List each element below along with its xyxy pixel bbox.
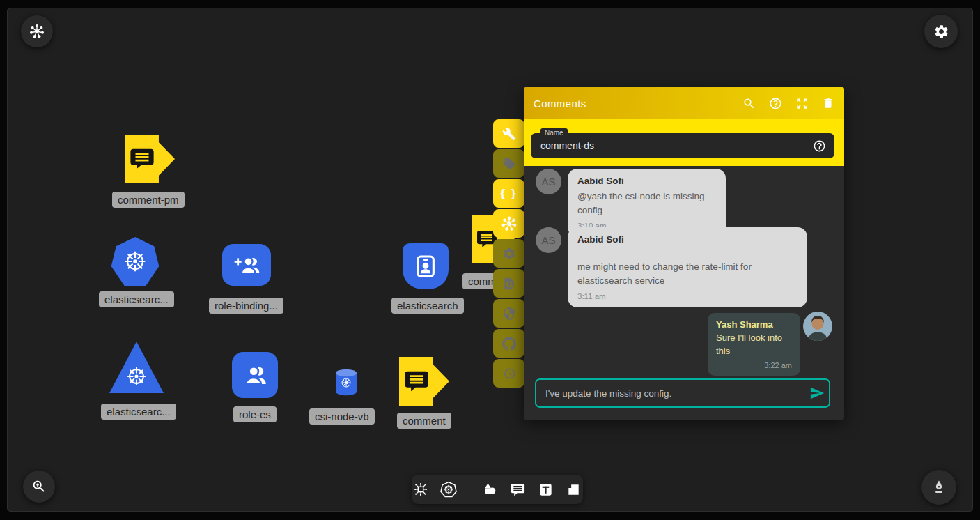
node-label: elasticsearc... (99, 291, 174, 307)
expand-icon[interactable] (795, 97, 809, 110)
comments-panel: Comments Name AS Aabid Sofi @yash the cs… (524, 87, 844, 420)
id-badge-icon (412, 252, 440, 280)
name-input[interactable] (531, 140, 813, 151)
avatar-photo (803, 312, 832, 341)
node-label: role-binding... (209, 298, 283, 314)
node-action-toolbar: { } (493, 119, 524, 388)
flower-tool-button[interactable] (493, 209, 524, 238)
text-icon (538, 482, 554, 498)
users-icon (240, 360, 270, 390)
node-elasticsearch-badge[interactable] (403, 243, 449, 289)
wrench-icon (502, 127, 516, 141)
node-label: elasticsearc... (101, 404, 176, 420)
braces-icon: { } (501, 187, 518, 201)
tag-icon (502, 157, 516, 171)
node-elasticsearch-triangle[interactable] (109, 342, 164, 393)
storage-cylinder-icon (334, 369, 359, 397)
message-time: 3:22 am (716, 361, 792, 369)
node-role-binding[interactable] (222, 244, 271, 286)
tag-tool-button[interactable] (493, 149, 524, 178)
search-icon[interactable] (742, 97, 756, 110)
name-field-label: Name (540, 128, 568, 137)
name-section: Name (524, 119, 844, 166)
panel-header-actions (742, 97, 834, 110)
shapes-icon (481, 481, 498, 498)
pen-nib-icon (931, 479, 947, 496)
chat-message[interactable]: Aabid Sofi me might need to change the r… (568, 227, 807, 307)
node-label: csi-node-vb (309, 408, 375, 425)
text-tool-button[interactable] (538, 482, 554, 498)
file-search-icon (502, 277, 516, 291)
node-label: comment-pm (112, 192, 185, 208)
gear-icon (502, 247, 516, 261)
send-button[interactable] (805, 383, 829, 404)
gear-icon (933, 24, 949, 40)
node-label: comment (397, 413, 451, 429)
node-csi-node-vb[interactable] (334, 369, 359, 397)
graph-icon (413, 482, 428, 497)
chat-input-wrap (535, 378, 830, 408)
shield-icon (502, 307, 516, 321)
chat-input[interactable] (536, 388, 805, 399)
kubernetes-wheel-icon (124, 364, 149, 389)
message-author: Aabid Sofi (577, 176, 716, 186)
file-search-tool-button[interactable] (493, 269, 524, 298)
rectangle-icon (566, 482, 582, 498)
delete-icon[interactable] (822, 97, 834, 109)
message-time: 3:11 am (577, 292, 798, 300)
message-text: me might need to change the rate-limit f… (577, 260, 798, 287)
comment-bubble-icon (129, 145, 155, 173)
github-icon (502, 337, 516, 351)
node-comment[interactable] (399, 357, 449, 406)
node-comment-pm[interactable] (125, 135, 175, 183)
help-icon[interactable] (769, 97, 782, 110)
toolbar-divider (469, 480, 469, 498)
message-author: Aabid Sofi (577, 234, 798, 245)
shield-tool-button[interactable] (493, 299, 524, 328)
zoom-in-icon (31, 479, 47, 494)
settings-tool-button[interactable] (493, 239, 524, 268)
message-text: @yash the csi-node is missing config (577, 190, 716, 217)
flower-icon (501, 216, 517, 231)
comments-panel-header[interactable]: Comments (524, 87, 844, 119)
shape-palette-toolbar (412, 475, 583, 504)
settings-button[interactable] (924, 15, 958, 48)
kubernetes-tool-button[interactable] (440, 481, 457, 498)
panel-title: Comments (534, 98, 742, 109)
comment-icon (510, 482, 526, 498)
pen-tool-button[interactable] (921, 470, 956, 505)
history-icon (502, 367, 516, 381)
node-label: elasticsearch (391, 298, 464, 314)
avatar: AS (536, 227, 561, 253)
github-tool-button[interactable] (493, 329, 524, 358)
kubernetes-icon (440, 481, 457, 498)
person-photo-icon (803, 312, 832, 341)
chat-message[interactable]: Yash Sharma Sure I'll look into this 3:2… (708, 313, 800, 376)
history-tool-button[interactable] (493, 359, 524, 388)
help-icon[interactable] (813, 139, 826, 153)
comment-tool-button[interactable] (510, 482, 526, 498)
graph-tool-button[interactable] (413, 482, 428, 497)
avatar: AS (536, 169, 561, 194)
add-user-icon (231, 251, 262, 279)
flower-icon (29, 24, 45, 39)
app-logo-button[interactable] (21, 15, 53, 47)
message-author: Yash Sharma (716, 319, 792, 330)
shapes-tool-button[interactable] (481, 481, 498, 498)
rectangle-tool-button[interactable] (566, 482, 582, 498)
wrench-tool-button[interactable] (493, 119, 524, 148)
node-label: role-es (233, 406, 277, 422)
node-elasticsearch-heptagon[interactable] (111, 237, 160, 286)
braces-tool-button[interactable]: { } (493, 179, 524, 208)
zoom-button[interactable] (23, 471, 55, 503)
name-field-wrap: Name (531, 133, 834, 158)
design-canvas[interactable]: comment-pm elasticsearc... role-binding.… (7, 8, 973, 512)
node-role-es[interactable] (232, 352, 278, 398)
kubernetes-wheel-icon (121, 247, 149, 275)
message-text: Sure I'll look into this (716, 332, 792, 358)
send-icon (809, 385, 825, 401)
comment-bubble-icon (403, 367, 430, 395)
